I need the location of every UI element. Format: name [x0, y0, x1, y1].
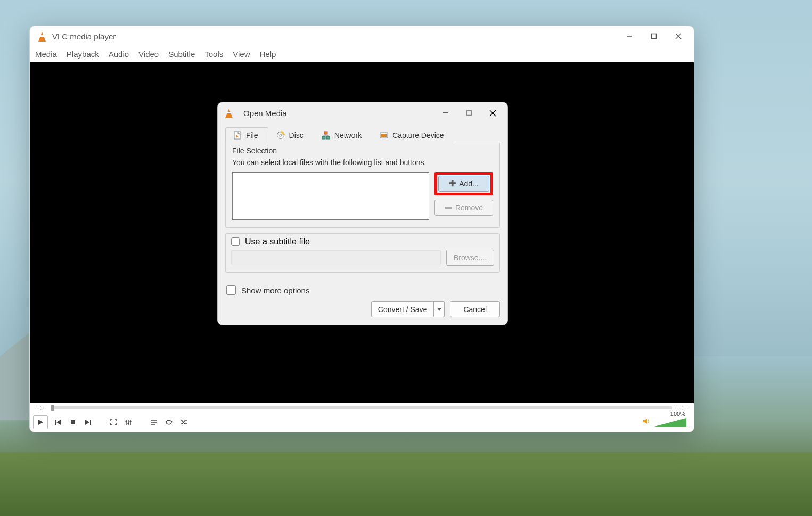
tab-disc-label: Disc	[289, 131, 304, 140]
disc-icon	[276, 131, 285, 140]
shuffle-button[interactable]	[177, 416, 191, 429]
file-icon	[233, 131, 242, 140]
remove-button[interactable]: Remove	[434, 200, 493, 216]
menu-playback[interactable]: Playback	[67, 50, 99, 59]
file-selection-group: File Selection You can select local file…	[225, 143, 500, 228]
use-subtitle-checkbox[interactable]	[231, 237, 240, 246]
svg-marker-39	[437, 308, 441, 311]
menu-view[interactable]: View	[233, 50, 250, 59]
add-button-highlight: ✚ Add...	[434, 172, 493, 195]
add-button[interactable]: ✚ Add...	[438, 176, 489, 192]
volume-area: 100%	[643, 417, 691, 427]
seek-bar-row: --:-- --:--	[30, 403, 694, 413]
svg-point-29	[280, 134, 282, 136]
svg-rect-13	[126, 421, 127, 422]
speaker-icon[interactable]	[643, 417, 651, 427]
main-titlebar: VLC media player	[30, 26, 694, 46]
fullscreen-button[interactable]	[106, 416, 120, 429]
menu-help[interactable]: Help	[260, 50, 276, 59]
svg-rect-30	[324, 132, 327, 134]
convert-save-split-button: Convert / Save	[371, 301, 445, 317]
dialog-button-row: Convert / Save Cancel	[225, 301, 500, 317]
close-button[interactable]	[666, 27, 691, 46]
convert-save-label: Convert / Save	[378, 305, 428, 314]
file-list[interactable]	[232, 172, 429, 220]
svg-marker-4	[38, 420, 43, 425]
cancel-label: Cancel	[463, 305, 487, 314]
network-icon	[322, 131, 330, 140]
add-button-label: Add...	[459, 179, 479, 188]
svg-rect-15	[130, 421, 132, 422]
dialog-title: Open Media	[243, 109, 287, 118]
tab-network-label: Network	[334, 131, 362, 140]
main-window-title: VLC media player	[52, 32, 116, 41]
svg-rect-5	[55, 420, 56, 425]
menu-tools[interactable]: Tools	[204, 50, 223, 59]
browse-subtitle-button[interactable]: Browse....	[446, 250, 494, 266]
svg-marker-6	[56, 420, 61, 425]
next-button[interactable]	[81, 416, 95, 429]
show-more-row: Show more options	[226, 285, 499, 295]
file-selection-title: File Selection	[232, 146, 493, 155]
show-more-label: Show more options	[241, 286, 309, 295]
previous-button[interactable]	[51, 416, 65, 429]
volume-percent: 100%	[670, 411, 685, 417]
show-more-checkbox[interactable]	[226, 285, 236, 295]
maximize-button[interactable]	[642, 27, 666, 46]
convert-save-dropdown[interactable]	[434, 301, 445, 317]
menu-video[interactable]: Video	[138, 50, 159, 59]
file-selection-help: You can select local files with the foll…	[232, 158, 493, 167]
main-menubar: Media Playback Audio Video Subtitle Tool…	[30, 46, 694, 62]
loop-button[interactable]	[162, 416, 176, 429]
svg-marker-8	[85, 420, 89, 425]
remove-button-label: Remove	[455, 203, 483, 212]
tab-network[interactable]: Network	[314, 127, 372, 143]
minimize-button[interactable]	[617, 27, 642, 46]
svg-rect-7	[71, 420, 75, 424]
time-elapsed[interactable]: --:--	[34, 404, 47, 412]
play-button[interactable]	[33, 415, 48, 429]
menu-audio[interactable]: Audio	[109, 50, 129, 59]
convert-save-button[interactable]: Convert / Save	[371, 301, 434, 317]
menu-subtitle[interactable]: Subtitle	[168, 50, 195, 59]
menu-media[interactable]: Media	[35, 50, 57, 59]
svg-rect-9	[90, 420, 91, 425]
open-media-dialog: Open Media File Disc Network Capture Dev…	[217, 102, 508, 325]
svg-marker-20	[643, 419, 647, 424]
dialog-vlc-icon	[224, 108, 234, 118]
dialog-maximize-button[interactable]	[457, 103, 481, 122]
tab-disc[interactable]: Disc	[268, 127, 314, 143]
capture-icon	[380, 131, 388, 140]
plus-icon: ✚	[449, 179, 456, 188]
caret-down-icon	[437, 308, 441, 311]
dialog-minimize-button[interactable]	[434, 103, 457, 122]
subtitle-group: Use a subtitle file Browse....	[225, 233, 500, 273]
use-subtitle-label: Use a subtitle file	[245, 237, 310, 247]
playlist-button[interactable]	[147, 416, 161, 429]
tab-file[interactable]: File	[225, 127, 268, 143]
tab-file-label: File	[246, 131, 258, 140]
subtitle-path-field	[231, 250, 441, 265]
svg-rect-32	[326, 136, 330, 139]
svg-rect-31	[322, 136, 325, 139]
browse-button-label: Browse....	[454, 253, 487, 262]
dialog-tabs: File Disc Network Capture Device	[225, 127, 500, 143]
dialog-close-button[interactable]	[481, 103, 504, 122]
svg-rect-1	[652, 34, 657, 39]
dialog-titlebar: Open Media	[218, 102, 507, 124]
seek-slider[interactable]	[51, 406, 672, 409]
vlc-logo-icon	[37, 31, 47, 42]
player-controls: 100%	[30, 413, 694, 432]
tab-capture-label: Capture Device	[392, 131, 444, 140]
minus-icon	[445, 207, 452, 209]
extended-settings-button[interactable]	[121, 416, 135, 429]
main-window-controls	[617, 27, 691, 46]
volume-slider[interactable]: 100%	[654, 418, 686, 427]
background-grass	[0, 452, 812, 516]
stop-button[interactable]	[66, 416, 80, 429]
cancel-button[interactable]: Cancel	[450, 301, 500, 317]
svg-rect-14	[128, 423, 129, 424]
svg-rect-38	[381, 134, 387, 137]
svg-rect-22	[467, 111, 472, 116]
tab-capture[interactable]: Capture Device	[372, 127, 454, 143]
